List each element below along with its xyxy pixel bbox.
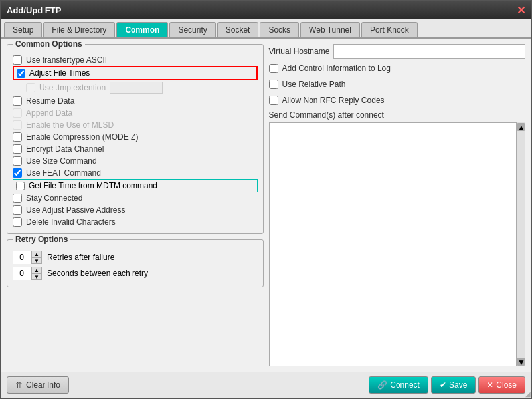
seconds-up-button[interactable]: ▲ bbox=[31, 267, 42, 273]
footer-right: 🔗 Connect ✔ Save ✕ Close bbox=[369, 376, 525, 394]
encrypt-data-row: Encrypt Data Channel bbox=[13, 143, 258, 155]
resume-data-label[interactable]: Resume Data bbox=[26, 96, 74, 106]
enable-mlsd-label: Enable the Use of MLSD bbox=[26, 120, 114, 130]
append-data-checkbox[interactable] bbox=[13, 108, 22, 118]
tab-web-tunnel[interactable]: Web Tunnel bbox=[300, 22, 360, 37]
use-size-command-label[interactable]: Use Size Command bbox=[26, 156, 97, 166]
enable-mlsd-checkbox[interactable] bbox=[13, 120, 22, 130]
common-options-title: Common Options bbox=[13, 39, 85, 49]
tab-setup[interactable]: Setup bbox=[4, 22, 42, 37]
scrollbar-track bbox=[517, 132, 525, 357]
seconds-spinner: 0 ▲ ▼ bbox=[13, 267, 42, 280]
resume-data-checkbox[interactable] bbox=[13, 96, 22, 106]
allow-non-rfc-label[interactable]: Allow Non RFC Reply Codes bbox=[282, 96, 385, 105]
clear-icon: 🗑 bbox=[15, 380, 23, 390]
delete-invalid-chars-checkbox[interactable] bbox=[13, 217, 22, 227]
retries-down-button[interactable]: ▼ bbox=[31, 257, 42, 264]
use-feat-command-checkbox[interactable] bbox=[13, 168, 22, 178]
tab-socks[interactable]: Socks bbox=[260, 22, 299, 37]
send-commands-section: Send Command(s) after connect ▲ ▼ bbox=[269, 110, 526, 366]
retry-options-group: Retry Options 0 ▲ ▼ Retries after failur… bbox=[7, 239, 264, 287]
use-relative-path-checkbox[interactable] bbox=[269, 80, 278, 89]
window-title: Add/Upd FTP bbox=[7, 5, 61, 15]
use-feat-command-label[interactable]: Use FEAT Command bbox=[26, 168, 101, 178]
use-size-command-checkbox[interactable] bbox=[13, 156, 22, 166]
adjust-file-times-label[interactable]: Adjust File Times bbox=[29, 68, 90, 78]
enable-compression-label[interactable]: Enable Compression (MODE Z) bbox=[26, 132, 138, 142]
title-bar: Add/Upd FTP ✕ bbox=[1, 1, 531, 19]
use-relative-path-label[interactable]: Use Relative Path bbox=[282, 80, 346, 89]
send-commands-label: Send Command(s) after connect bbox=[269, 110, 526, 120]
use-adjust-passive-label[interactable]: Use Adjust Passive Address bbox=[26, 205, 125, 215]
close-button[interactable]: ✕ Close bbox=[478, 376, 525, 394]
append-data-label: Append Data bbox=[26, 108, 72, 118]
connect-icon: 🔗 bbox=[377, 380, 387, 390]
right-panel: Virtual Hostname Add Control Information… bbox=[269, 44, 526, 366]
retries-up-button[interactable]: ▲ bbox=[31, 251, 42, 257]
stay-connected-checkbox[interactable] bbox=[13, 194, 22, 203]
clear-label: Clear Info bbox=[26, 380, 60, 390]
encrypt-data-label[interactable]: Encrypt Data Channel bbox=[26, 144, 104, 154]
get-file-time-row: Get File Time from MDTM command bbox=[13, 179, 258, 192]
tab-file-directory[interactable]: File & Directory bbox=[43, 22, 115, 37]
use-relative-path-row: Use Relative Path bbox=[269, 78, 526, 90]
virtual-hostname-row: Virtual Hostname bbox=[269, 44, 526, 59]
append-data-row: Append Data bbox=[13, 107, 258, 119]
tmp-ext-input[interactable] bbox=[110, 82, 163, 94]
delete-invalid-chars-label[interactable]: Delete Invalid Characters bbox=[26, 217, 116, 227]
use-transfertype-ascii-checkbox[interactable] bbox=[13, 55, 22, 65]
connect-label: Connect bbox=[390, 380, 420, 390]
seconds-arrows: ▲ ▼ bbox=[31, 267, 42, 280]
adjust-file-times-row: Adjust File Times bbox=[13, 66, 258, 80]
encrypt-data-checkbox[interactable] bbox=[13, 144, 22, 154]
use-adjust-passive-checkbox[interactable] bbox=[13, 205, 22, 215]
clear-info-button[interactable]: 🗑 Clear Info bbox=[7, 376, 69, 394]
close-icon: ✕ bbox=[487, 380, 493, 390]
use-tmp-ext-checkbox[interactable] bbox=[26, 83, 35, 92]
use-feat-command-row: Use FEAT Command bbox=[13, 167, 258, 179]
common-options-group: Common Options Use transfertype ASCII Ad… bbox=[7, 44, 264, 234]
left-panel: Common Options Use transfertype ASCII Ad… bbox=[7, 44, 264, 366]
add-control-info-checkbox[interactable] bbox=[269, 64, 278, 73]
virtual-hostname-input[interactable] bbox=[333, 44, 525, 59]
title-close-button[interactable]: ✕ bbox=[517, 4, 525, 17]
seconds-label: Seconds between each retry bbox=[47, 269, 148, 278]
save-icon: ✔ bbox=[440, 380, 446, 390]
enable-mlsd-row: Enable the Use of MLSD bbox=[13, 119, 258, 131]
use-transfertype-ascii-row: Use transfertype ASCII bbox=[13, 54, 258, 66]
send-commands-textarea[interactable] bbox=[269, 122, 526, 366]
get-file-time-label[interactable]: Get File Time from MDTM command bbox=[29, 181, 157, 190]
virtual-hostname-label: Virtual Hostname bbox=[269, 47, 330, 56]
save-button[interactable]: ✔ Save bbox=[431, 376, 476, 394]
tab-port-knock[interactable]: Port Knock bbox=[361, 22, 418, 37]
add-control-info-row: Add Control Information to Log bbox=[269, 63, 526, 74]
textarea-scrollbar: ▲ ▼ bbox=[516, 122, 525, 366]
connect-button[interactable]: 🔗 Connect bbox=[369, 376, 428, 394]
tabs-bar: Setup File & Directory Common Security S… bbox=[1, 19, 531, 39]
retries-spinner: 0 ▲ ▼ bbox=[13, 251, 42, 264]
enable-compression-row: Enable Compression (MODE Z) bbox=[13, 131, 258, 143]
main-window: Add/Upd FTP ✕ Setup File & Directory Com… bbox=[0, 0, 532, 399]
main-content: Common Options Use transfertype ASCII Ad… bbox=[1, 39, 531, 372]
delete-invalid-chars-row: Delete Invalid Characters bbox=[13, 216, 258, 228]
allow-non-rfc-checkbox[interactable] bbox=[269, 96, 278, 105]
resume-data-row: Resume Data bbox=[13, 95, 258, 107]
tab-common[interactable]: Common bbox=[116, 22, 168, 37]
seconds-input[interactable]: 0 bbox=[13, 267, 31, 280]
adjust-file-times-checkbox[interactable] bbox=[17, 69, 25, 78]
enable-compression-checkbox[interactable] bbox=[13, 132, 22, 142]
resize-handle[interactable]: ◢ bbox=[525, 390, 531, 398]
seconds-down-button[interactable]: ▼ bbox=[31, 273, 42, 280]
tab-socket[interactable]: Socket bbox=[217, 22, 259, 37]
close-label: Close bbox=[496, 380, 517, 390]
stay-connected-label[interactable]: Stay Connected bbox=[26, 194, 82, 203]
add-control-info-label[interactable]: Add Control Information to Log bbox=[282, 64, 391, 73]
retries-input[interactable]: 0 bbox=[13, 251, 31, 264]
scrollbar-down: ▼ bbox=[517, 358, 525, 366]
get-file-time-checkbox[interactable] bbox=[16, 182, 25, 190]
use-transfertype-ascii-label[interactable]: Use transfertype ASCII bbox=[26, 55, 107, 65]
send-commands-container: ▲ ▼ bbox=[269, 122, 526, 366]
tab-security[interactable]: Security bbox=[169, 22, 215, 37]
stay-connected-row: Stay Connected bbox=[13, 192, 258, 204]
footer-left: 🗑 Clear Info bbox=[7, 376, 69, 394]
